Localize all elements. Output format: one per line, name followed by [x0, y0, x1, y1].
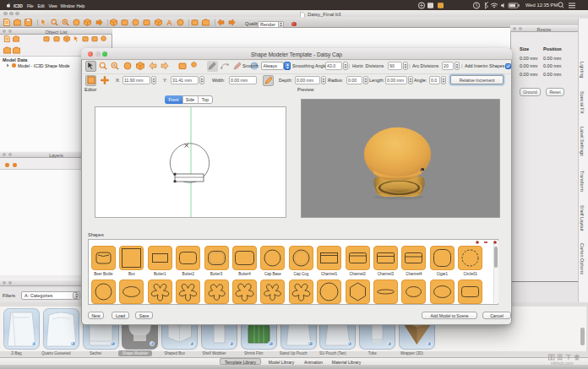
svg-text:A: A	[166, 19, 172, 26]
